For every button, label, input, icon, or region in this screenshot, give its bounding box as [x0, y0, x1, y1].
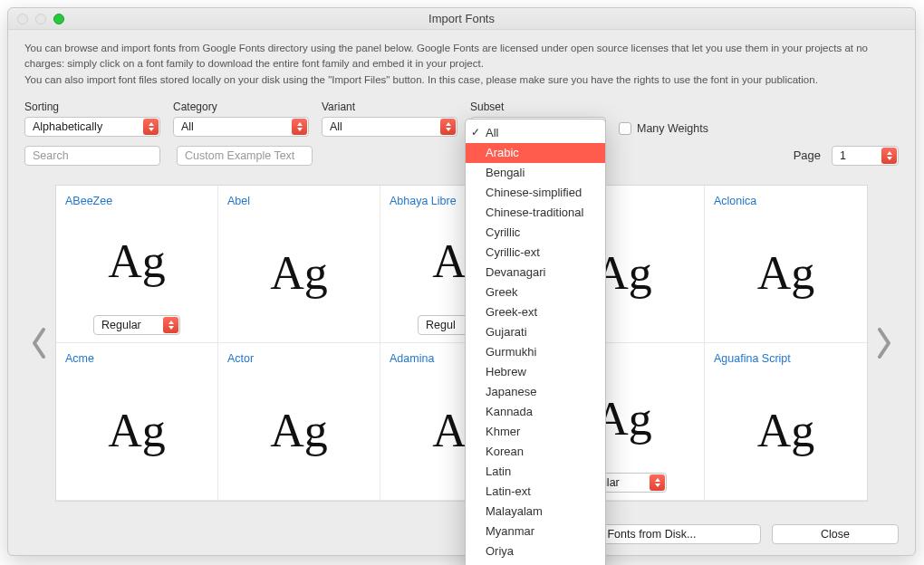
subset-option[interactable]: Gujarati [466, 322, 605, 342]
next-page-arrow[interactable] [868, 328, 899, 359]
close-window-icon[interactable] [17, 14, 28, 24]
subset-option[interactable]: Sinhala [466, 561, 605, 565]
dialog-footer: Import Fonts from Disk... Close [24, 515, 899, 544]
subset-option[interactable]: Oriya [466, 541, 605, 561]
font-name: ABeeZee [65, 195, 208, 207]
updown-icon [292, 119, 307, 135]
subset-option[interactable]: Latin [466, 462, 605, 482]
subset-option[interactable]: Gurmukhi [466, 342, 605, 362]
subset-option[interactable]: Greek [466, 282, 605, 302]
sorting-label: Sorting [24, 101, 160, 113]
subset-option[interactable]: Arabic [466, 143, 605, 163]
font-card[interactable]: AcmeAg [56, 343, 218, 501]
import-fonts-window: Import Fonts You can browse and import f… [7, 7, 916, 556]
updown-icon [650, 474, 665, 491]
filters-row: Sorting Alphabetically Category All Vari… [24, 101, 899, 137]
updown-icon [440, 119, 456, 135]
search-input[interactable]: Search [24, 146, 160, 166]
font-grid: ABeeZeeAgRegularAbelAgAbhaya LibreAgRegu… [55, 185, 868, 502]
intro-line-2: You can also import font files stored lo… [24, 72, 899, 88]
dialog-content: You can browse and import fonts from Goo… [8, 30, 915, 555]
subset-option[interactable]: Hebrew [466, 362, 605, 382]
variant-value: All [330, 120, 342, 133]
prev-page-arrow[interactable] [24, 328, 55, 359]
titlebar: Import Fonts [8, 8, 915, 30]
subset-option[interactable]: All [466, 123, 605, 143]
page-label: Page [794, 148, 821, 162]
many-weights-label: Many Weights [637, 122, 708, 135]
intro-text: You can browse and import fonts from Goo… [24, 41, 899, 88]
subset-option[interactable]: Chinese-traditional [466, 203, 605, 223]
font-sample: Ag [227, 369, 371, 493]
category-select[interactable]: All [173, 117, 309, 137]
font-card[interactable]: Aguafina ScriptAg [705, 343, 867, 501]
minimize-window-icon[interactable] [35, 14, 46, 24]
font-variant-select[interactable]: Regular [93, 315, 180, 335]
intro-line-1: You can browse and import fonts from Goo… [24, 41, 899, 72]
updown-icon [143, 119, 159, 135]
subset-option[interactable]: Myanmar [466, 522, 605, 541]
font-card[interactable]: AclonicaAg [705, 186, 867, 343]
variant-select[interactable]: All [322, 117, 457, 137]
font-name: Abel [227, 195, 371, 207]
subset-option[interactable]: Greek-ext [466, 302, 605, 322]
font-sample: Ag [714, 369, 858, 493]
example-text-input[interactable]: Custom Example Text [177, 146, 313, 166]
window-controls [8, 14, 64, 24]
font-sample: Ag [714, 211, 858, 335]
updown-icon [163, 317, 178, 333]
category-value: All [181, 120, 194, 133]
sorting-value: Alphabetically [33, 120, 102, 133]
subset-option[interactable]: Bengali [466, 163, 605, 183]
search-placeholder: Search [33, 149, 69, 162]
font-variant-value: Regular [101, 319, 141, 331]
font-sample: Ag [65, 211, 208, 311]
font-variant-value: Regul [426, 319, 456, 331]
font-sample: Ag [65, 369, 208, 493]
subset-option[interactable]: Devanagari [466, 263, 605, 282]
category-label: Category [173, 101, 309, 113]
subset-option[interactable]: Cyrillic-ext [466, 243, 605, 263]
font-name: Acme [65, 352, 208, 365]
zoom-window-icon[interactable] [53, 14, 64, 24]
page-select[interactable]: 1 [832, 146, 899, 166]
close-button-label: Close [821, 528, 850, 541]
font-sample: Ag [227, 211, 371, 335]
font-card[interactable]: AbelAg [218, 186, 380, 343]
subset-option[interactable]: Kannada [466, 402, 605, 422]
updown-icon [881, 148, 897, 164]
subset-option[interactable]: Chinese-simplified [466, 183, 605, 203]
variant-label: Variant [322, 101, 457, 113]
subset-option[interactable]: Malayalam [466, 502, 605, 522]
font-name: Aclonica [714, 195, 858, 207]
font-name: Actor [227, 352, 371, 365]
font-grid-wrap: ABeeZeeAgRegularAbelAgAbhaya LibreAgRegu… [24, 171, 899, 515]
font-card[interactable]: ActorAg [218, 343, 380, 501]
subset-option[interactable]: Khmer [466, 422, 605, 442]
subset-option[interactable]: Korean [466, 442, 605, 462]
subset-option[interactable]: Japanese [466, 382, 605, 402]
subset-label: Subset [470, 101, 606, 113]
font-card[interactable]: ABeeZeeAgRegular [56, 186, 218, 343]
close-button[interactable]: Close [772, 524, 899, 544]
search-row: Search Custom Example Text Page 1 [24, 146, 899, 166]
window-title: Import Fonts [8, 12, 915, 25]
page-value: 1 [840, 149, 846, 162]
font-name: Aguafina Script [714, 352, 858, 365]
subset-option[interactable]: Cyrillic [466, 223, 605, 243]
subset-option[interactable]: Latin-ext [466, 482, 605, 502]
subset-dropdown[interactable]: AllArabicBengaliChinese-simplifiedChines… [465, 119, 606, 565]
many-weights-checkbox[interactable] [619, 122, 631, 135]
sorting-select[interactable]: Alphabetically [24, 117, 160, 137]
example-placeholder: Custom Example Text [185, 149, 294, 162]
